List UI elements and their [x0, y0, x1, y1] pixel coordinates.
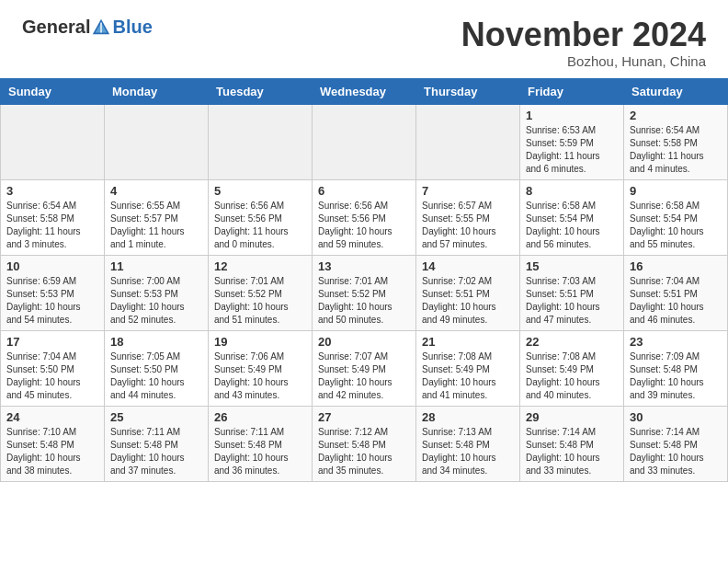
day-info: Sunrise: 6:54 AM Sunset: 5:58 PM Dayligh… [630, 124, 722, 176]
calendar-cell: 21Sunrise: 7:08 AM Sunset: 5:49 PM Dayli… [416, 330, 520, 406]
weekday-header: Thursday [416, 78, 520, 104]
calendar-cell: 7Sunrise: 6:57 AM Sunset: 5:55 PM Daylig… [416, 179, 520, 255]
day-info: Sunrise: 7:12 AM Sunset: 5:48 PM Dayligh… [318, 426, 410, 477]
day-info: Sunrise: 7:06 AM Sunset: 5:49 PM Dayligh… [214, 350, 306, 402]
day-info: Sunrise: 7:01 AM Sunset: 5:52 PM Dayligh… [318, 275, 410, 327]
day-number: 2 [630, 109, 722, 122]
day-info: Sunrise: 6:58 AM Sunset: 5:54 PM Dayligh… [630, 200, 722, 251]
day-number: 29 [526, 410, 618, 424]
day-number: 11 [110, 259, 202, 273]
calendar-cell: 28Sunrise: 7:13 AM Sunset: 5:48 PM Dayli… [416, 406, 520, 481]
day-number: 19 [214, 335, 306, 349]
calendar-cell: 23Sunrise: 7:09 AM Sunset: 5:48 PM Dayli… [624, 330, 728, 406]
day-info: Sunrise: 7:05 AM Sunset: 5:50 PM Dayligh… [110, 350, 202, 402]
day-number: 27 [318, 410, 410, 424]
day-number: 17 [6, 335, 98, 349]
day-info: Sunrise: 7:11 AM Sunset: 5:48 PM Dayligh… [110, 426, 202, 477]
day-info: Sunrise: 7:07 AM Sunset: 5:49 PM Dayligh… [318, 350, 410, 402]
day-number: 20 [318, 335, 410, 349]
day-number: 3 [6, 184, 98, 198]
calendar-cell [209, 104, 313, 179]
day-number: 18 [110, 335, 202, 349]
calendar-cell: 12Sunrise: 7:01 AM Sunset: 5:52 PM Dayli… [209, 255, 313, 330]
day-info: Sunrise: 6:59 AM Sunset: 5:53 PM Dayligh… [6, 275, 98, 327]
calendar-cell: 8Sunrise: 6:58 AM Sunset: 5:54 PM Daylig… [520, 179, 624, 255]
day-number: 5 [214, 184, 306, 198]
day-info: Sunrise: 7:00 AM Sunset: 5:53 PM Dayligh… [110, 275, 202, 327]
calendar-cell: 9Sunrise: 6:58 AM Sunset: 5:54 PM Daylig… [624, 179, 728, 255]
calendar-cell: 30Sunrise: 7:14 AM Sunset: 5:48 PM Dayli… [624, 406, 728, 481]
weekday-header: Tuesday [209, 78, 313, 104]
calendar-cell: 17Sunrise: 7:04 AM Sunset: 5:50 PM Dayli… [1, 330, 105, 406]
day-number: 13 [318, 259, 410, 273]
day-number: 30 [630, 410, 722, 424]
weekday-header: Wednesday [313, 78, 416, 104]
day-number: 28 [422, 410, 514, 424]
day-info: Sunrise: 7:11 AM Sunset: 5:48 PM Dayligh… [214, 426, 306, 477]
day-info: Sunrise: 6:55 AM Sunset: 5:57 PM Dayligh… [110, 200, 202, 251]
calendar-week-row: 17Sunrise: 7:04 AM Sunset: 5:50 PM Dayli… [1, 330, 728, 406]
day-number: 21 [422, 335, 514, 349]
day-number: 14 [422, 259, 514, 273]
calendar-cell: 4Sunrise: 6:55 AM Sunset: 5:57 PM Daylig… [105, 179, 209, 255]
day-info: Sunrise: 7:10 AM Sunset: 5:48 PM Dayligh… [6, 426, 98, 477]
day-number: 6 [318, 184, 410, 198]
calendar-cell: 14Sunrise: 7:02 AM Sunset: 5:51 PM Dayli… [416, 255, 520, 330]
month-title: November 2024 [461, 17, 706, 53]
calendar-table: SundayMondayTuesdayWednesdayThursdayFrid… [0, 78, 728, 482]
day-info: Sunrise: 7:04 AM Sunset: 5:50 PM Dayligh… [6, 350, 98, 402]
weekday-header: Sunday [1, 78, 105, 104]
calendar-cell: 13Sunrise: 7:01 AM Sunset: 5:52 PM Dayli… [313, 255, 416, 330]
day-info: Sunrise: 7:02 AM Sunset: 5:51 PM Dayligh… [422, 275, 514, 327]
calendar-cell: 6Sunrise: 6:56 AM Sunset: 5:56 PM Daylig… [313, 179, 416, 255]
day-number: 16 [630, 259, 722, 273]
calendar-week-row: 24Sunrise: 7:10 AM Sunset: 5:48 PM Dayli… [1, 406, 728, 481]
calendar-cell: 15Sunrise: 7:03 AM Sunset: 5:51 PM Dayli… [520, 255, 624, 330]
calendar-cell: 22Sunrise: 7:08 AM Sunset: 5:49 PM Dayli… [520, 330, 624, 406]
calendar-cell: 25Sunrise: 7:11 AM Sunset: 5:48 PM Dayli… [105, 406, 209, 481]
calendar-cell: 18Sunrise: 7:05 AM Sunset: 5:50 PM Dayli… [105, 330, 209, 406]
calendar-cell [313, 104, 416, 179]
day-info: Sunrise: 7:03 AM Sunset: 5:51 PM Dayligh… [526, 275, 618, 327]
logo: General Blue [22, 17, 153, 38]
day-info: Sunrise: 6:56 AM Sunset: 5:56 PM Dayligh… [318, 200, 410, 251]
day-info: Sunrise: 6:54 AM Sunset: 5:58 PM Dayligh… [6, 200, 98, 251]
calendar-week-row: 3Sunrise: 6:54 AM Sunset: 5:58 PM Daylig… [1, 179, 728, 255]
day-number: 12 [214, 259, 306, 273]
calendar-cell: 24Sunrise: 7:10 AM Sunset: 5:48 PM Dayli… [1, 406, 105, 481]
day-info: Sunrise: 6:56 AM Sunset: 5:56 PM Dayligh… [214, 200, 306, 251]
day-info: Sunrise: 7:09 AM Sunset: 5:48 PM Dayligh… [630, 350, 722, 402]
calendar-cell: 16Sunrise: 7:04 AM Sunset: 5:51 PM Dayli… [624, 255, 728, 330]
day-number: 4 [110, 184, 202, 198]
day-number: 15 [526, 259, 618, 273]
calendar-cell [105, 104, 209, 179]
day-number: 9 [630, 184, 722, 198]
day-number: 26 [214, 410, 306, 424]
day-info: Sunrise: 7:04 AM Sunset: 5:51 PM Dayligh… [630, 275, 722, 327]
calendar-cell: 20Sunrise: 7:07 AM Sunset: 5:49 PM Dayli… [313, 330, 416, 406]
calendar-week-row: 1Sunrise: 6:53 AM Sunset: 5:59 PM Daylig… [1, 104, 728, 179]
calendar-cell [416, 104, 520, 179]
weekday-header: Saturday [624, 78, 728, 104]
calendar-cell: 2Sunrise: 6:54 AM Sunset: 5:58 PM Daylig… [624, 104, 728, 179]
calendar-cell: 29Sunrise: 7:14 AM Sunset: 5:48 PM Dayli… [520, 406, 624, 481]
day-info: Sunrise: 7:14 AM Sunset: 5:48 PM Dayligh… [526, 426, 618, 477]
day-number: 7 [422, 184, 514, 198]
calendar-cell: 26Sunrise: 7:11 AM Sunset: 5:48 PM Dayli… [209, 406, 313, 481]
title-block: November 2024 Bozhou, Hunan, China [461, 17, 706, 69]
location-subtitle: Bozhou, Hunan, China [461, 53, 706, 69]
day-info: Sunrise: 7:08 AM Sunset: 5:49 PM Dayligh… [422, 350, 514, 402]
day-number: 25 [110, 410, 202, 424]
logo-general: General [22, 17, 90, 38]
day-number: 24 [6, 410, 98, 424]
calendar-header-row: SundayMondayTuesdayWednesdayThursdayFrid… [1, 78, 728, 104]
day-number: 10 [6, 259, 98, 273]
day-info: Sunrise: 7:13 AM Sunset: 5:48 PM Dayligh… [422, 426, 514, 477]
weekday-header: Friday [520, 78, 624, 104]
logo-blue: Blue [112, 17, 152, 38]
calendar-week-row: 10Sunrise: 6:59 AM Sunset: 5:53 PM Dayli… [1, 255, 728, 330]
day-info: Sunrise: 6:58 AM Sunset: 5:54 PM Dayligh… [526, 200, 618, 251]
day-info: Sunrise: 7:01 AM Sunset: 5:52 PM Dayligh… [214, 275, 306, 327]
day-number: 22 [526, 335, 618, 349]
day-info: Sunrise: 7:14 AM Sunset: 5:48 PM Dayligh… [630, 426, 722, 477]
